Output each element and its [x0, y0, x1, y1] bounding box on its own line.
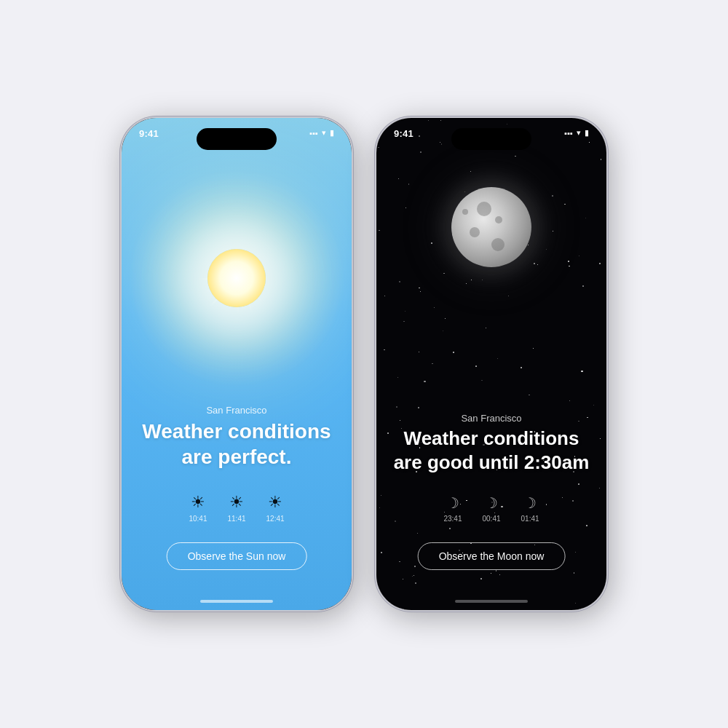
- day-time: 9:41: [139, 128, 159, 139]
- night-battery-icon: ▮: [585, 128, 589, 138]
- night-phone: 9:41 ▪▪▪ ▾ ▮ San Francisco Weather cond: [375, 116, 608, 612]
- day-hour-2-time: 11:41: [227, 515, 245, 523]
- night-home-indicator: [455, 600, 528, 603]
- day-home-indicator: [200, 600, 273, 603]
- wifi-icon: ▾: [322, 128, 326, 138]
- crater-2: [470, 227, 480, 237]
- observe-moon-button[interactable]: Observe the Moon now: [418, 542, 566, 570]
- day-hour-3-icon: ☀: [268, 493, 282, 512]
- battery-icon: ▮: [330, 128, 334, 138]
- sun: [193, 234, 280, 322]
- sun-container: [122, 140, 352, 416]
- night-location: San Francisco: [461, 413, 521, 424]
- dynamic-island-day: [197, 128, 277, 150]
- day-hour-1-icon: ☀: [191, 493, 205, 512]
- crater-1: [477, 202, 491, 216]
- night-screen: 9:41 ▪▪▪ ▾ ▮ San Francisco Weather cond: [376, 118, 606, 610]
- night-hour-3-time: 01:41: [521, 515, 539, 523]
- day-hour-1: ☀ 10:41: [189, 493, 207, 523]
- night-hourly-icons: ☽ 23:41 ☽ 00:41 ☽ 01:41: [443, 494, 539, 523]
- night-hour-2-time: 00:41: [482, 515, 500, 523]
- day-content: San Francisco Weather conditions are per…: [122, 405, 352, 523]
- night-hour-3-icon: ☽: [523, 494, 537, 512]
- day-hour-2-icon: ☀: [229, 493, 244, 512]
- crater-3: [495, 216, 502, 223]
- day-hour-3: ☀ 12:41: [266, 493, 285, 523]
- sun-core: [207, 249, 266, 307]
- night-status-icons: ▪▪▪ ▾ ▮: [564, 128, 589, 138]
- night-wifi-icon: ▾: [577, 128, 581, 138]
- night-hour-1-icon: ☽: [446, 494, 459, 512]
- moon: [451, 187, 531, 267]
- night-hour-1-time: 23:41: [443, 515, 462, 523]
- observe-sun-button[interactable]: Observe the Sun now: [167, 542, 307, 570]
- dynamic-island-night: [451, 128, 531, 150]
- night-hour-2-icon: ☽: [485, 494, 498, 512]
- night-hour-1: ☽ 23:41: [443, 494, 462, 523]
- day-hour-3-time: 12:41: [266, 515, 285, 523]
- signal-icon: ▪▪▪: [309, 129, 318, 138]
- night-time: 9:41: [394, 128, 414, 139]
- day-hour-2: ☀ 11:41: [227, 493, 245, 523]
- day-headline: Weather conditions are perfect.: [142, 419, 331, 470]
- night-hour-3: ☽ 01:41: [521, 494, 539, 523]
- day-phone: 9:41 ▪▪▪ ▾ ▮ San Francisco Weather condi…: [120, 116, 353, 612]
- day-hourly-icons: ☀ 10:41 ☀ 11:41 ☀ 12:41: [189, 493, 284, 523]
- day-location: San Francisco: [206, 405, 266, 416]
- day-hour-1-time: 10:41: [189, 515, 207, 523]
- night-signal-icon: ▪▪▪: [564, 129, 573, 138]
- day-status-icons: ▪▪▪ ▾ ▮: [309, 128, 334, 138]
- moon-container: [440, 176, 542, 278]
- night-headline: Weather conditions are good until 2:30am: [394, 427, 590, 474]
- crater-5: [462, 209, 468, 215]
- night-content: San Francisco Weather conditions are goo…: [376, 413, 606, 523]
- crater-4: [491, 238, 505, 251]
- day-screen: 9:41 ▪▪▪ ▾ ▮ San Francisco Weather condi…: [122, 118, 352, 610]
- night-hour-2: ☽ 00:41: [482, 494, 500, 523]
